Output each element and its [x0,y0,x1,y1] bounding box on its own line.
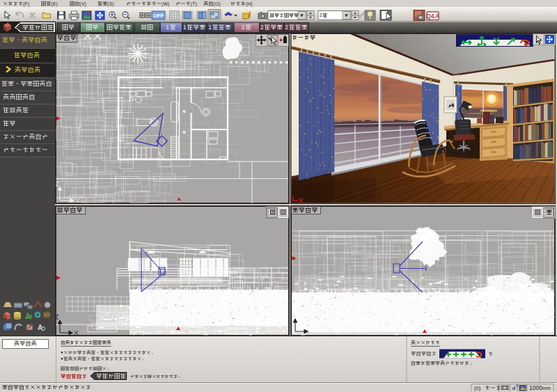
svg-text:2: 2 [285,24,288,31]
svg-text:(O): (O) [214,1,221,7]
svg-text:2: 2 [320,13,322,17]
svg-text:(V): (V) [80,1,86,7]
svg-text:(H): (H) [246,1,253,7]
svg-text:1000: 1000 [529,384,542,391]
svg-text:d: d [512,385,516,391]
svg-text:H: H [516,384,519,388]
svg-text:(F): (F) [23,1,29,7]
svg-text:(T): (T) [191,1,197,7]
svg-text:1: 1 [166,24,169,31]
svg-text:2: 2 [260,24,264,31]
svg-text:(E): (E) [52,1,58,7]
svg-text:2: 2 [242,24,245,31]
svg-text:(0): (0) [474,385,481,391]
svg-text:●: ● [61,356,63,361]
svg-text:mm: mm [542,386,551,391]
svg-text:OFF: OFF [153,13,164,19]
svg-text:Q&A: Q&A [426,13,439,19]
svg-text:(W): (W) [162,1,169,7]
svg-text:●: ● [61,350,63,354]
svg-text:(S): (S) [108,1,114,7]
svg-text:1: 1 [208,24,212,31]
svg-text:1: 1 [183,24,187,31]
